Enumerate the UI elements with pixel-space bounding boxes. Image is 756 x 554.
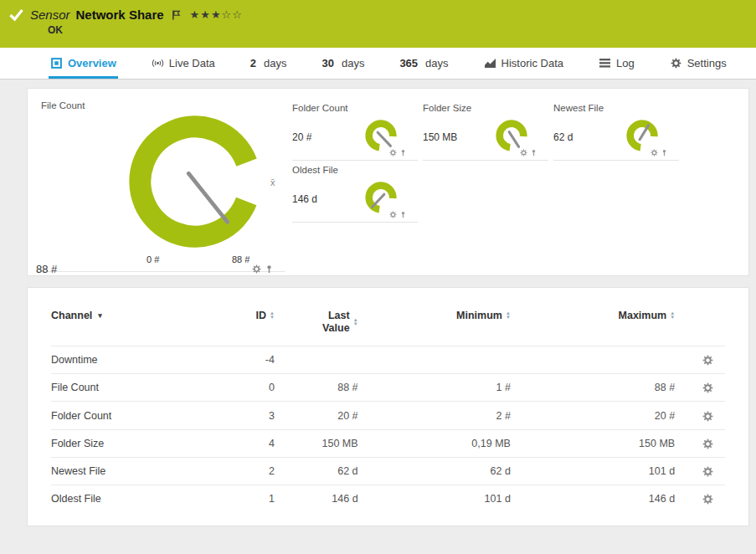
gauge-pin-icon[interactable] (661, 149, 668, 156)
tab-label: Live Data (169, 57, 215, 69)
tab-live-data[interactable]: Live Data (150, 48, 217, 79)
gauge-pin-icon[interactable] (399, 211, 407, 218)
channel-settings-gear-icon[interactable] (702, 382, 713, 393)
tab-number: 365 (399, 57, 418, 69)
tab-number: 2 (250, 57, 256, 69)
small-gauges-grid: Folder Count 20 # Folder Size 150 MB (292, 99, 692, 275)
gauge-value: 62 d (553, 131, 573, 143)
channel-settings-gear-icon[interactable] (702, 355, 713, 366)
channel-settings-gear-icon[interactable] (702, 411, 713, 422)
column-header-channel[interactable]: Channel▾ (51, 310, 199, 346)
channel-settings-gear-icon[interactable] (702, 494, 713, 505)
newest-file-gauge (624, 118, 661, 153)
sort-icon[interactable]: ▲▼ (270, 311, 275, 320)
tab-overview[interactable]: Overview (49, 48, 118, 79)
gauge-title: File Count (36, 99, 285, 110)
tab-label: Log (616, 57, 635, 69)
table-row[interactable]: Folder Count 3 20 # 2 # 20 # (51, 402, 725, 429)
tab-log[interactable]: Log (597, 48, 636, 79)
settings-gear-icon (670, 58, 682, 69)
gauge-title: Newest File (553, 103, 679, 117)
folder-size-gauge-tile: Folder Size 150 MB (423, 99, 548, 161)
column-header-last-value[interactable]: Last Value▲▼ (275, 310, 358, 346)
tab-label: Settings (687, 57, 727, 69)
gauge-settings-gear-icon[interactable] (651, 149, 658, 156)
mean-marker: x̄ (270, 177, 275, 187)
gauge-title: Oldest File (292, 165, 418, 179)
gauge-value: 20 # (292, 131, 311, 143)
tab-bar: Overview Live Data 2 days 30 days 365 da… (0, 48, 756, 80)
gauge-title: Folder Count (292, 103, 418, 117)
overview-icon (50, 58, 63, 69)
tab-number: 30 (321, 57, 333, 69)
sorted-desc-icon: ▾ (98, 311, 102, 320)
channel-settings-gear-icon[interactable] (702, 466, 713, 477)
gauge-title: Folder Size (423, 103, 548, 117)
sensor-title: Network Share (76, 8, 164, 22)
tab-historic-data[interactable]: Historic Data (482, 48, 565, 79)
channels-table: Channel▾ ID▲▼ Last Value▲▼ Minimum▲▼ Max… (51, 310, 725, 512)
sensor-kind-label: Sensor (30, 8, 70, 22)
column-header-maximum[interactable]: Maximum▲▼ (511, 310, 675, 346)
gauge-settings-gear-icon[interactable] (252, 264, 261, 274)
newest-file-gauge-tile: Newest File 62 d (553, 99, 679, 161)
gauge-pin-icon[interactable] (265, 264, 274, 274)
tab-365-days[interactable]: 365 days (398, 48, 450, 79)
sort-icon[interactable]: ▲▼ (353, 318, 358, 326)
status-check-icon (8, 8, 24, 22)
gauge-settings-gear-icon[interactable] (389, 149, 397, 156)
log-icon (599, 58, 611, 69)
tab-30-days[interactable]: 30 days (320, 48, 366, 79)
gauge-value: 146 d (292, 193, 317, 205)
gauge-settings-gear-icon[interactable] (389, 211, 397, 218)
gauge-scale-max: 88 # (232, 254, 249, 264)
column-header-id[interactable]: ID▲▼ (199, 310, 275, 346)
table-row[interactable]: File Count 0 88 # 1 # 88 # (51, 374, 725, 402)
tab-label: days (264, 57, 286, 69)
channels-panel: Channel▾ ID▲▼ Last Value▲▼ Minimum▲▼ Max… (27, 287, 749, 526)
folder-count-gauge-tile: Folder Count 20 # (292, 99, 418, 161)
tab-label: days (425, 57, 448, 69)
tab-label: days (342, 57, 364, 69)
gauge-value: 88 # (36, 263, 57, 275)
gauge-pin-icon[interactable] (530, 149, 537, 156)
sensor-header: Sensor Network Share ★★★☆☆ OK (0, 0, 756, 48)
column-header-minimum[interactable]: Minimum▲▼ (358, 310, 511, 346)
table-row[interactable]: Downtime -4 (51, 346, 725, 374)
channel-settings-gear-icon[interactable] (702, 439, 713, 449)
gauge-value: 150 MB (423, 131, 457, 143)
live-data-icon (152, 58, 164, 69)
sort-icon[interactable]: ▲▼ (506, 311, 511, 320)
table-row[interactable]: Oldest File 1 146 d 101 d 146 d (51, 485, 725, 513)
sort-icon[interactable]: ▲▼ (670, 311, 675, 320)
oldest-file-gauge-tile: Oldest File 146 d (292, 161, 418, 223)
status-badge: OK (0, 22, 756, 36)
oldest-file-gauge (363, 180, 399, 215)
folder-count-gauge (363, 118, 399, 153)
gauge-scale-min: 0 # (147, 254, 159, 264)
table-row[interactable]: Folder Size 4 150 MB 0,19 MB 150 MB (51, 429, 725, 457)
folder-size-gauge (493, 118, 530, 153)
gauge-settings-gear-icon[interactable] (520, 149, 527, 156)
gauges-panel: File Count x̄ 0 # 88 # 88 # Folde (27, 88, 749, 276)
tab-label: Overview (68, 57, 116, 69)
file-count-gauge (126, 112, 265, 251)
tab-settings[interactable]: Settings (668, 48, 728, 79)
tab-2-days[interactable]: 2 days (249, 48, 289, 79)
table-row[interactable]: Newest File 2 62 d 62 d 101 d (51, 457, 725, 485)
historic-data-icon (484, 58, 496, 69)
content-area: File Count x̄ 0 # 88 # 88 # Folde (0, 80, 756, 554)
gauge-pin-icon[interactable] (399, 149, 407, 156)
file-count-gauge-tile: File Count x̄ 0 # 88 # 88 # (36, 99, 285, 272)
flag-icon[interactable] (172, 9, 181, 21)
priority-stars[interactable]: ★★★☆☆ (190, 8, 243, 21)
tab-label: Historic Data (501, 57, 563, 69)
